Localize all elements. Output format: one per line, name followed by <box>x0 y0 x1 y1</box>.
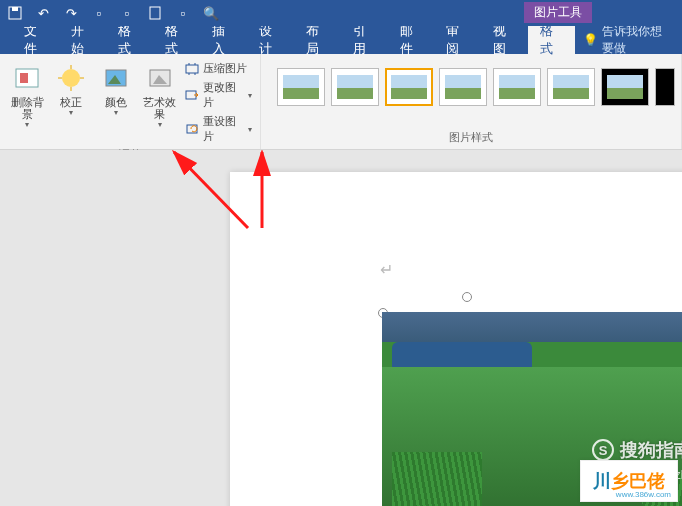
chevron-down-icon: ▾ <box>248 91 252 100</box>
tab-home[interactable]: 开始 <box>59 26 106 54</box>
tab-file[interactable]: 文件 <box>12 26 59 54</box>
svg-point-5 <box>62 69 80 87</box>
style-thumb-8[interactable] <box>655 68 675 106</box>
qat-icon-2[interactable]: ▫ <box>118 4 136 22</box>
new-doc-icon[interactable] <box>146 4 164 22</box>
compress-pictures-button[interactable]: 压缩图片 <box>183 60 254 77</box>
remove-bg-icon <box>13 64 41 92</box>
group-picture-styles: 图片样式 <box>261 54 682 149</box>
save-icon[interactable] <box>6 4 24 22</box>
color-icon <box>102 64 130 92</box>
picture-styles-gallery <box>267 58 675 106</box>
picture-sky <box>382 312 682 342</box>
quick-access-toolbar: ↶ ↷ ▫ ▫ ▫ 🔍 <box>6 4 220 22</box>
qat-icon-1[interactable]: ▫ <box>90 4 108 22</box>
ribbon-tabs: 文件 开始 格式 格式 插入 设计 布局 引用 邮件 审阅 视图 格式 💡 告诉… <box>0 26 682 54</box>
tab-format-2[interactable]: 格式 <box>153 26 200 54</box>
redo-icon[interactable]: ↷ <box>62 4 80 22</box>
qat-icon-3[interactable]: ▫ <box>174 4 192 22</box>
reset-picture-button[interactable]: 重设图片 ▾ <box>183 113 254 145</box>
picture-grass <box>392 452 482 506</box>
svg-rect-2 <box>150 7 160 19</box>
tell-me-search[interactable]: 💡 告诉我你想要做 <box>575 26 682 54</box>
chevron-down-icon: ▾ <box>158 120 162 129</box>
document-area: ↵ S 搜狗指南 zhi 川乡巴佬 www.386w.com <box>0 150 682 506</box>
tab-design[interactable]: 设计 <box>247 26 294 54</box>
title-bar: ↶ ↷ ▫ ▫ ▫ 🔍 图片工具 <box>0 0 682 26</box>
reset-icon <box>185 122 199 136</box>
lightbulb-icon: 💡 <box>583 33 598 47</box>
chevron-down-icon: ▾ <box>25 120 29 129</box>
svg-rect-1 <box>12 7 18 11</box>
site-logo-badge: 川乡巴佬 www.386w.com <box>580 460 678 502</box>
undo-icon[interactable]: ↶ <box>34 4 52 22</box>
compress-icon <box>185 62 199 76</box>
group-label-styles: 图片样式 <box>267 128 675 149</box>
style-thumb-6[interactable] <box>547 68 595 106</box>
artistic-icon <box>146 64 174 92</box>
chevron-down-icon: ▾ <box>114 108 118 117</box>
tab-format-1[interactable]: 格式 <box>106 26 153 54</box>
watermark-brand: S 搜狗指南 <box>592 438 682 462</box>
tab-references[interactable]: 引用 <box>341 26 388 54</box>
rotation-handle[interactable] <box>462 292 472 302</box>
tab-mailings[interactable]: 邮件 <box>388 26 435 54</box>
ribbon: 删除背景 ▾ 校正 ▾ 颜色 ▾ 艺术效果 ▾ 压缩图片 <box>0 54 682 150</box>
tab-picture-format[interactable]: 格式 <box>528 26 575 54</box>
tell-me-label: 告诉我你想要做 <box>602 23 674 57</box>
change-picture-icon <box>185 88 199 102</box>
paragraph-mark: ↵ <box>380 260 393 279</box>
color-button[interactable]: 颜色 ▾ <box>94 58 136 117</box>
corrections-button[interactable]: 校正 ▾ <box>50 58 92 117</box>
tab-view[interactable]: 视图 <box>481 26 528 54</box>
group-adjust: 删除背景 ▾ 校正 ▾ 颜色 ▾ 艺术效果 ▾ 压缩图片 <box>0 54 261 149</box>
contextual-tab-label: 图片工具 <box>524 2 592 23</box>
style-thumb-3[interactable] <box>385 68 433 106</box>
artistic-effects-button[interactable]: 艺术效果 ▾ <box>139 58 181 129</box>
document-page[interactable]: ↵ S 搜狗指南 zhi <box>230 172 682 506</box>
print-preview-icon[interactable]: 🔍 <box>202 4 220 22</box>
tab-layout[interactable]: 布局 <box>294 26 341 54</box>
style-thumb-1[interactable] <box>277 68 325 106</box>
chevron-down-icon: ▾ <box>248 125 252 134</box>
style-thumb-7[interactable] <box>601 68 649 106</box>
remove-background-button[interactable]: 删除背景 ▾ <box>6 58 48 129</box>
corrections-icon <box>57 64 85 92</box>
svg-rect-4 <box>20 73 28 83</box>
change-picture-button[interactable]: 更改图片 ▾ <box>183 79 254 111</box>
style-thumb-4[interactable] <box>439 68 487 106</box>
tab-insert[interactable]: 插入 <box>200 26 247 54</box>
site-url: www.386w.com <box>616 490 671 499</box>
style-thumb-2[interactable] <box>331 68 379 106</box>
style-thumb-5[interactable] <box>493 68 541 106</box>
watermark-logo-icon: S <box>592 439 614 461</box>
svg-rect-14 <box>186 65 198 73</box>
tab-review[interactable]: 审阅 <box>434 26 481 54</box>
chevron-down-icon: ▾ <box>69 108 73 117</box>
